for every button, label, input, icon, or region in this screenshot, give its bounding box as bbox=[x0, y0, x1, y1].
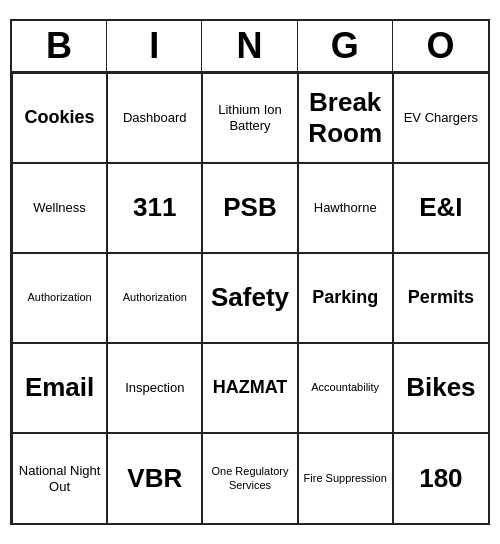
bingo-cell-9: E&I bbox=[393, 163, 488, 253]
bingo-cell-text-12: Safety bbox=[211, 282, 289, 313]
bingo-cell-text-18: Accountability bbox=[311, 381, 379, 394]
bingo-cell-text-19: Bikes bbox=[406, 372, 475, 403]
bingo-cell-text-9: E&I bbox=[419, 192, 462, 223]
bingo-cell-text-22: One Regulatory Services bbox=[207, 465, 292, 491]
bingo-cell-0: Cookies bbox=[12, 73, 107, 163]
header-letter-N: N bbox=[202, 21, 297, 71]
bingo-cell-21: VBR bbox=[107, 433, 202, 523]
bingo-cell-4: EV Chargers bbox=[393, 73, 488, 163]
bingo-cell-20: National Night Out bbox=[12, 433, 107, 523]
bingo-cell-19: Bikes bbox=[393, 343, 488, 433]
bingo-cell-text-24: 180 bbox=[419, 463, 462, 494]
bingo-cell-text-6: 311 bbox=[133, 192, 176, 223]
bingo-cell-3: Break Room bbox=[298, 73, 393, 163]
bingo-cell-text-7: PSB bbox=[223, 192, 276, 223]
bingo-header: BINGO bbox=[12, 21, 488, 73]
bingo-cell-10: Authorization bbox=[12, 253, 107, 343]
bingo-cell-16: Inspection bbox=[107, 343, 202, 433]
bingo-cell-text-0: Cookies bbox=[25, 107, 95, 129]
bingo-cell-7: PSB bbox=[202, 163, 297, 253]
bingo-cell-text-13: Parking bbox=[312, 287, 378, 309]
bingo-cell-text-2: Lithium Ion Battery bbox=[207, 102, 292, 133]
bingo-cell-text-21: VBR bbox=[127, 463, 182, 494]
header-letter-O: O bbox=[393, 21, 488, 71]
bingo-cell-text-23: Fire Suppression bbox=[304, 472, 387, 485]
bingo-cell-13: Parking bbox=[298, 253, 393, 343]
header-letter-I: I bbox=[107, 21, 202, 71]
bingo-cell-6: 311 bbox=[107, 163, 202, 253]
bingo-cell-15: Email bbox=[12, 343, 107, 433]
bingo-cell-text-16: Inspection bbox=[125, 380, 184, 396]
bingo-cell-8: Hawthorne bbox=[298, 163, 393, 253]
bingo-cell-text-20: National Night Out bbox=[17, 463, 102, 494]
bingo-cell-1: Dashboard bbox=[107, 73, 202, 163]
bingo-cell-5: Wellness bbox=[12, 163, 107, 253]
bingo-cell-text-1: Dashboard bbox=[123, 110, 187, 126]
bingo-cell-12: Safety bbox=[202, 253, 297, 343]
bingo-cell-17: HAZMAT bbox=[202, 343, 297, 433]
header-letter-G: G bbox=[298, 21, 393, 71]
bingo-cell-text-8: Hawthorne bbox=[314, 200, 377, 216]
bingo-cell-18: Accountability bbox=[298, 343, 393, 433]
bingo-cell-23: Fire Suppression bbox=[298, 433, 393, 523]
bingo-cell-text-10: Authorization bbox=[27, 291, 91, 304]
bingo-cell-text-15: Email bbox=[25, 372, 94, 403]
bingo-cell-text-4: EV Chargers bbox=[404, 110, 478, 126]
bingo-cell-14: Permits bbox=[393, 253, 488, 343]
bingo-cell-text-3: Break Room bbox=[303, 87, 388, 149]
bingo-cell-11: Authorization bbox=[107, 253, 202, 343]
bingo-card: BINGO CookiesDashboardLithium Ion Batter… bbox=[10, 19, 490, 525]
bingo-grid: CookiesDashboardLithium Ion BatteryBreak… bbox=[12, 73, 488, 523]
bingo-cell-24: 180 bbox=[393, 433, 488, 523]
bingo-cell-22: One Regulatory Services bbox=[202, 433, 297, 523]
header-letter-B: B bbox=[12, 21, 107, 71]
bingo-cell-text-11: Authorization bbox=[123, 291, 187, 304]
bingo-cell-text-5: Wellness bbox=[33, 200, 86, 216]
bingo-cell-text-17: HAZMAT bbox=[213, 377, 288, 399]
bingo-cell-2: Lithium Ion Battery bbox=[202, 73, 297, 163]
bingo-cell-text-14: Permits bbox=[408, 287, 474, 309]
